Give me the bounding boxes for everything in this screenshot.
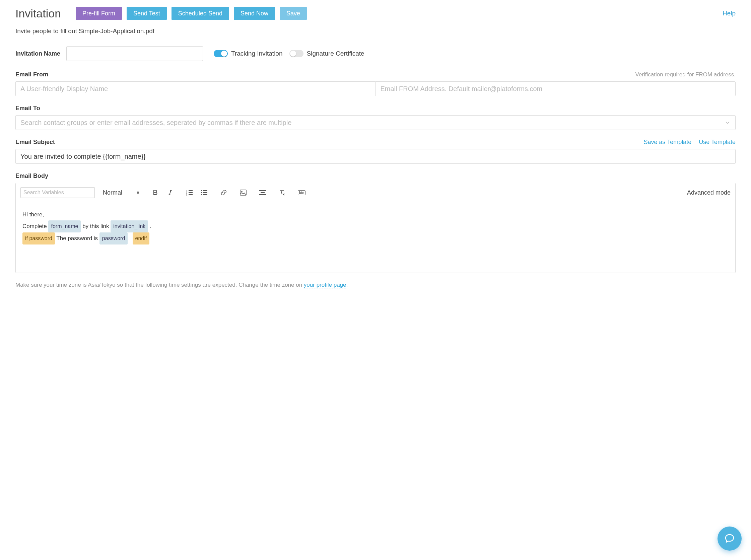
svg-rect-6 — [240, 190, 246, 195]
if-password-pill[interactable]: if password — [22, 233, 55, 244]
body-text: by this link — [82, 223, 111, 229]
email-from-label: Email From — [15, 71, 48, 78]
search-variables-input[interactable] — [20, 187, 95, 198]
clear-format-icon[interactable] — [278, 189, 286, 196]
email-to-input[interactable] — [15, 115, 736, 130]
svg-point-7 — [241, 191, 242, 192]
formname-variable-pill[interactable]: form_name — [48, 220, 81, 233]
image-icon[interactable] — [239, 189, 247, 196]
insert-button-icon[interactable]: btn — [298, 190, 306, 195]
ordered-list-icon[interactable]: 123 — [186, 189, 193, 196]
format-select[interactable]: Normal — [103, 189, 122, 196]
invitationlink-variable-pill[interactable]: invitation_link — [111, 220, 148, 233]
save-as-template-link[interactable]: Save as Template — [644, 139, 692, 146]
align-icon[interactable] — [259, 189, 266, 196]
from-display-name-input[interactable] — [15, 81, 376, 96]
unordered-list-icon[interactable] — [201, 189, 208, 196]
use-template-link[interactable]: Use Template — [699, 139, 736, 146]
tracking-invitation-label: Tracking Invitation — [231, 50, 282, 57]
password-variable-pill[interactable]: password — [99, 233, 127, 244]
svg-point-3 — [201, 190, 202, 191]
prefill-form-button[interactable]: Pre-fill Form — [76, 7, 122, 20]
body-text: The password is — [56, 235, 99, 241]
italic-icon[interactable] — [166, 189, 174, 196]
help-link[interactable]: Help — [723, 10, 736, 17]
svg-point-4 — [201, 192, 202, 193]
body-text: . — [150, 223, 152, 229]
email-from-note: Verification required for FROM address. — [635, 71, 736, 78]
email-body-editor: Normal ▲▼ 123 btn — [15, 183, 736, 273]
send-now-button[interactable]: Send Now — [234, 7, 275, 20]
from-address-input[interactable] — [376, 81, 736, 96]
email-body-label: Email Body — [15, 173, 48, 180]
email-body-content[interactable]: Hi there, Complete form_name by this lin… — [16, 202, 735, 273]
send-test-button[interactable]: Send Test — [126, 7, 167, 20]
format-arrows-icon: ▲▼ — [136, 191, 140, 195]
signature-certificate-label: Signature Certificate — [307, 50, 364, 57]
timezone-note: Make sure your time zone is Asia/Tokyo s… — [15, 282, 736, 288]
body-text: Complete — [22, 223, 48, 229]
tracking-invitation-toggle[interactable] — [214, 50, 228, 57]
invitation-name-label: Invitation Name — [15, 50, 60, 57]
subtitle-text: Invite people to fill out Simple-Job-App… — [15, 27, 736, 35]
advanced-mode-toggle[interactable]: Advanced mode — [687, 189, 731, 196]
link-icon[interactable] — [220, 189, 228, 196]
svg-point-5 — [201, 194, 202, 195]
email-subject-input[interactable] — [15, 149, 736, 164]
page-title: Invitation — [15, 7, 61, 20]
scheduled-send-button[interactable]: Scheduled Send — [172, 7, 229, 20]
profile-page-link[interactable]: your profile page — [304, 282, 347, 288]
bold-icon[interactable] — [152, 189, 159, 196]
save-button[interactable]: Save — [280, 7, 307, 20]
email-subject-label: Email Subject — [15, 139, 55, 146]
svg-text:3: 3 — [186, 194, 187, 196]
body-line-1: Hi there, — [22, 209, 729, 220]
signature-certificate-toggle[interactable] — [290, 50, 303, 57]
endif-pill[interactable]: endif — [133, 233, 150, 244]
email-to-label: Email To — [15, 105, 40, 112]
invitation-name-input[interactable] — [66, 46, 203, 61]
